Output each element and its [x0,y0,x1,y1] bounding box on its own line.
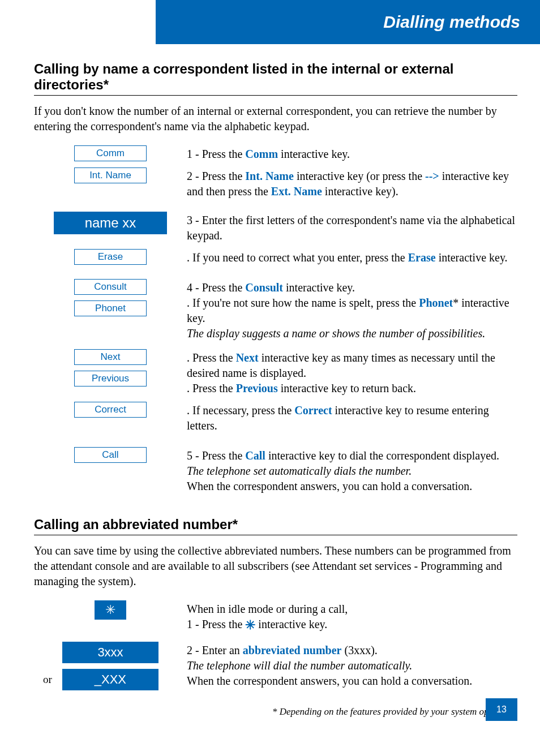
step3-row: name xx 3 - Enter the first letters of t… [34,212,517,243]
consult-key[interactable]: Consult [74,279,147,295]
step3-text: 3 - Enter the first letters of the corre… [187,212,517,243]
step2-text: 2 - Press the Int. Name interactive key … [187,167,517,199]
underscore-display: _XXX [62,669,158,690]
header-title: Dialling methods [156,0,540,44]
section1-heading: Calling by name a correspondent listed i… [34,61,517,96]
next-key[interactable]: Next [74,349,147,365]
three-display: 3xxx [62,642,158,663]
call-key[interactable]: Call [74,447,147,463]
erase-row: Erase . If you need to correct what you … [34,249,517,265]
page-number: 13 [486,698,517,721]
phonet-key[interactable]: Phonet [74,300,147,316]
previous-key[interactable]: Previous [74,371,147,386]
step1-row: Comm 1 - Press the Comm interactive key. [34,145,517,162]
comm-key[interactable]: Comm [74,145,147,161]
page-header: Dialling methods [0,0,540,44]
footnote: * Depending on the features provided by … [34,706,517,718]
correct-key[interactable]: Correct [74,402,147,418]
step1-text: 1 - Press the Comm interactive key. [187,145,517,162]
step7-text: 5 - Press the Call interactive key to di… [187,447,517,494]
section1-intro: If you don't know the number of an inter… [34,104,517,134]
step4-text: 4 - Press the Consult interactive key. .… [187,279,517,341]
erase-key[interactable]: Erase [74,249,147,265]
step2-1-row: ✳ When in idle mode or during a call, 1 … [34,600,517,634]
step5-text: . Press the Next interactive key as many… [187,349,517,396]
step2-row: Int. Name 2 - Press the Int. Name intera… [34,167,517,199]
int-name-key[interactable]: Int. Name [74,167,147,183]
step2-1-text: When in idle mode or during a call, 1 - … [187,600,517,634]
page-content: Calling by name a correspondent listed i… [0,44,540,718]
step2-2-text: 2 - Enter an abbreviated number (3xxx). … [187,642,517,689]
section2-heading: Calling an abbreviated number* [34,517,517,535]
or-label: or [43,673,52,686]
step6-text: . If necessary, press the Correct intera… [187,402,517,433]
step4-row: Consult Phonet 4 - Press the Consult int… [34,279,517,341]
name-display: name xx [54,212,167,234]
header-spacer [0,0,156,44]
erase-text: . If you need to correct what you enter,… [187,249,517,265]
step7-row: Call 5 - Press the Call interactive key … [34,447,517,494]
step2-2-row: 3xxx or _XXX 2 - Enter an abbreviated nu… [34,642,517,690]
step6-row: Correct . If necessary, press the Correc… [34,402,517,433]
star-key[interactable]: ✳ [95,600,126,620]
step5-row: Next Previous . Press the Next interacti… [34,349,517,396]
star-icon: ✳ [245,617,255,634]
section2-intro: You can save time by using the collectiv… [34,543,517,589]
